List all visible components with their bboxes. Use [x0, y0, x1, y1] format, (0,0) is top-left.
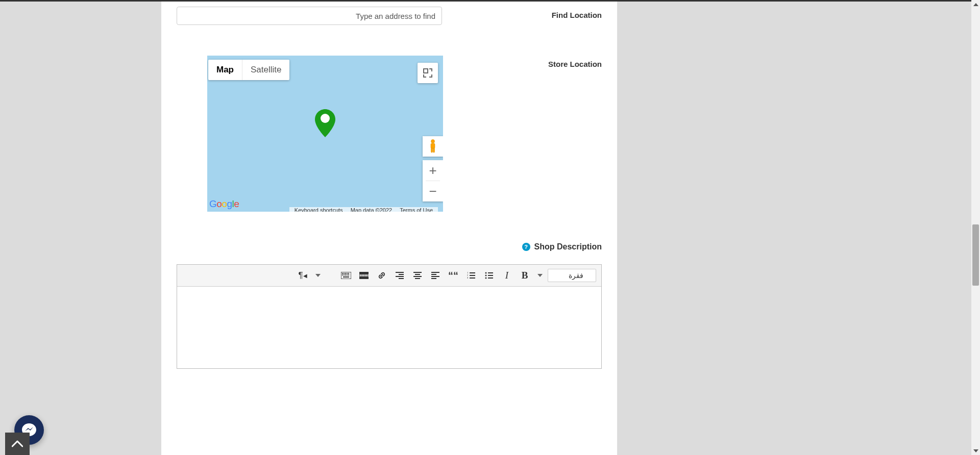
svg-rect-4: [433, 148, 435, 153]
svg-point-1: [431, 140, 435, 143]
svg-rect-17: [359, 272, 369, 274]
shop-description-section: ? Shop Description ¶◀: [177, 242, 602, 369]
svg-point-0: [321, 114, 330, 123]
scrollbar-up-button[interactable]: [971, 0, 980, 9]
help-icon[interactable]: ?: [522, 243, 530, 251]
google-logo: Google: [209, 198, 239, 210]
shop-description-label-row: ? Shop Description: [177, 242, 602, 251]
ordered-list-button[interactable]: 123: [463, 268, 479, 283]
fullscreen-icon: [423, 68, 432, 78]
map-type-controls: Map Satellite: [208, 60, 289, 80]
format-dropdown-caret[interactable]: [535, 274, 545, 277]
map-marker-icon[interactable]: [315, 109, 335, 137]
svg-rect-16: [343, 276, 349, 277]
svg-rect-12: [344, 274, 345, 275]
keyboard-shortcuts-link[interactable]: Keyboard shortcuts: [295, 207, 343, 212]
svg-rect-18: [359, 275, 369, 276]
italic-button[interactable]: I: [499, 268, 514, 283]
rich-text-editor: ¶◀: [177, 264, 602, 369]
svg-rect-9: [347, 273, 348, 274]
map-type-satellite-button[interactable]: Satellite: [242, 60, 289, 80]
find-location-row: Find Location: [177, 7, 602, 25]
svg-rect-3: [431, 148, 433, 153]
store-location-row: Map Satellite: [177, 56, 602, 212]
svg-rect-2: [431, 143, 435, 148]
svg-rect-7: [344, 273, 345, 274]
svg-rect-19: [359, 276, 369, 279]
scrollbar-track[interactable]: [971, 0, 980, 455]
scrollbar-thumb[interactable]: [972, 224, 979, 286]
editor-body[interactable]: [177, 287, 601, 368]
scrollbar-down-button[interactable]: [971, 446, 980, 455]
zoom-controls: + −: [423, 160, 443, 201]
align-right-button[interactable]: [392, 268, 407, 283]
map-data-text: Map data ©2022: [351, 207, 393, 212]
bold-button[interactable]: B: [517, 268, 532, 283]
paragraph-direction-button[interactable]: ¶◀: [295, 268, 310, 283]
svg-point-42: [485, 277, 487, 279]
keyboard-button[interactable]: [338, 268, 354, 283]
map-footer: Keyboard shortcuts Map data ©2022 Terms …: [289, 207, 438, 212]
street-view-pegman-button[interactable]: [423, 136, 443, 157]
map-container[interactable]: Map Satellite: [207, 56, 443, 212]
editor-toolbar: ¶◀: [177, 265, 601, 287]
format-select[interactable]: فقرة: [548, 269, 596, 282]
find-location-label: Find Location: [552, 7, 602, 19]
align-left-button[interactable]: [428, 268, 443, 283]
zoom-in-button[interactable]: +: [423, 160, 443, 181]
svg-rect-6: [342, 273, 343, 274]
align-center-button[interactable]: [410, 268, 425, 283]
svg-rect-11: [342, 274, 343, 275]
svg-rect-13: [345, 274, 346, 275]
shop-description-label: Shop Description: [534, 242, 602, 251]
svg-rect-15: [348, 274, 349, 275]
svg-point-38: [485, 272, 487, 274]
back-to-top-button[interactable]: [5, 433, 30, 455]
svg-rect-14: [347, 274, 348, 275]
svg-rect-10: [348, 273, 349, 274]
terms-of-use-link[interactable]: Terms of Use: [400, 207, 433, 212]
toolbar-more-dropdown[interactable]: [313, 274, 323, 277]
address-input[interactable]: [177, 7, 442, 25]
unordered-list-button[interactable]: [481, 268, 497, 283]
main-content-panel: Find Location Map Satellite: [161, 2, 618, 455]
blockquote-button[interactable]: ““: [446, 268, 461, 283]
store-location-label: Store Location: [548, 56, 602, 68]
map-type-map-button[interactable]: Map: [208, 60, 242, 80]
zoom-out-button[interactable]: −: [423, 181, 443, 201]
read-more-button[interactable]: [356, 268, 372, 283]
link-button[interactable]: [374, 268, 389, 283]
svg-point-40: [485, 275, 487, 276]
fullscreen-button[interactable]: [418, 63, 438, 83]
svg-text:3: 3: [467, 276, 469, 279]
svg-rect-8: [345, 273, 346, 274]
